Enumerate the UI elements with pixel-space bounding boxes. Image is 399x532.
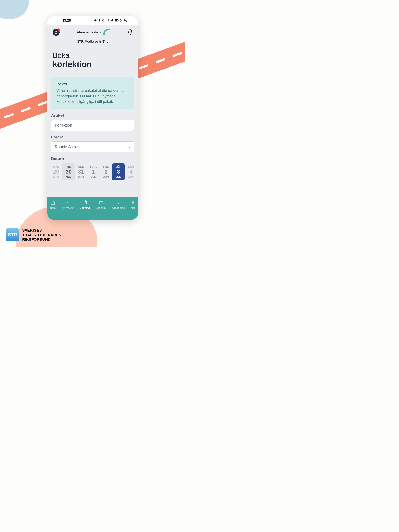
date-month: JUN <box>88 175 99 178</box>
svg-rect-8 <box>112 20 112 21</box>
nav-activities[interactable]: Aktiviteter <box>61 200 74 209</box>
date-dow: TIS <box>63 165 74 168</box>
svg-rect-3 <box>107 20 107 21</box>
date-cell-31-maj[interactable]: ONS31MAJ <box>75 163 87 180</box>
battery-icon <box>115 19 119 22</box>
date-number: 4 <box>125 169 137 175</box>
date-number: 31 <box>75 169 87 175</box>
status-time: 13:28 <box>62 19 71 23</box>
page-title: Boka körlektion <box>47 45 138 77</box>
svg-rect-5 <box>108 19 108 21</box>
str-logo-box: STR <box>6 228 19 241</box>
date-month: JUN <box>113 175 124 178</box>
chevron-down-icon: ⌄ <box>129 145 131 148</box>
nav-activities-label: Aktiviteter <box>61 206 74 209</box>
footer-org-name: SVERIGES TRAFIKUTBILDARES RIKSFÖRBUND <box>22 228 61 242</box>
brand-label: Elevcentralen <box>77 30 101 34</box>
page-title-line2: körlektion <box>53 60 133 69</box>
svg-point-22 <box>133 202 134 203</box>
svg-rect-12 <box>118 20 118 21</box>
package-info-card: Paket: Vi har registrerat paketet åt dig… <box>51 77 135 109</box>
date-dow: ONS <box>75 165 87 168</box>
date-number: 29 <box>50 169 62 175</box>
date-dow: FRE <box>100 165 112 168</box>
svg-rect-0 <box>95 19 96 21</box>
article-select[interactable]: Körlektion ⌄ <box>51 120 135 131</box>
date-cell-1-jun[interactable]: TORS1JUN <box>87 163 100 180</box>
svg-point-23 <box>133 203 134 204</box>
vibrate-icon <box>94 19 97 22</box>
svg-point-13 <box>55 31 57 32</box>
phone-frame: 13:28 64 % <box>47 16 138 220</box>
nav-more[interactable]: Mer <box>131 200 135 209</box>
nav-economy-label: Ekonomi <box>96 206 106 209</box>
chevron-down-icon: ⌄ <box>106 40 109 43</box>
status-icons: 64 % <box>94 19 127 22</box>
nav-home-label: Hem <box>50 206 56 209</box>
bg-shape-top-left <box>0 0 29 19</box>
bottom-nav: Hem Aktiviteter Bokning Ekonomi Utbildni… <box>47 197 138 220</box>
article-value: Körlektion <box>55 123 72 127</box>
date-picker-strip: MÅN29MAJTIS30MAJONS31MAJTORS1JUNFRE2JUNL… <box>47 163 138 180</box>
date-month: MAJ <box>63 175 74 178</box>
date-cell-3-jun[interactable]: LÖR3JUN <box>112 163 125 180</box>
svg-rect-19 <box>99 201 103 204</box>
svg-point-1 <box>103 21 103 21</box>
date-number: 1 <box>88 169 99 175</box>
brand: Elevcentralen <box>77 28 110 37</box>
date-month: MAJ <box>50 175 62 178</box>
date-month: MAJ <box>75 175 87 178</box>
svg-rect-20 <box>117 201 120 203</box>
brand-road-icon <box>103 28 110 37</box>
footer-str-logo: STR SVERIGES TRAFIKUTBILDARES RIKSFÖRBUN… <box>6 228 61 242</box>
package-info-body: Vi har registrerat paketet åt dig på den… <box>57 88 129 105</box>
profile-button[interactable] <box>53 29 60 36</box>
bluetooth-icon <box>98 19 101 22</box>
teacher-value: Ronnie Åstrand <box>55 145 82 149</box>
nav-education[interactable]: Utbildning <box>112 200 125 209</box>
svg-rect-2 <box>106 21 107 21</box>
teacher-label: Lärare <box>51 135 135 139</box>
svg-point-21 <box>133 201 134 202</box>
date-dow: MÅN <box>50 165 62 168</box>
footer-line2: TRAFIKUTBILDARES <box>22 233 61 237</box>
notifications-button[interactable] <box>127 29 133 35</box>
date-cell-30-maj[interactable]: TIS30MAJ <box>62 163 75 180</box>
date-label: Datum <box>51 156 135 161</box>
status-bar: 13:28 64 % <box>47 16 138 25</box>
nav-education-label: Utbildning <box>112 206 125 209</box>
nav-booking-label: Bokning <box>80 206 90 209</box>
date-number: 30 <box>63 169 74 175</box>
school-selector[interactable]: STR Media och IT ⌄ <box>53 40 133 44</box>
date-cell-4-jun[interactable]: SÖN4JUN <box>125 163 137 180</box>
page-title-line1: Boka <box>53 51 133 60</box>
nav-booking[interactable]: Bokning <box>80 200 90 209</box>
footer-line1: SVERIGES <box>22 228 61 233</box>
chevron-down-icon: ⌄ <box>129 124 131 127</box>
svg-rect-9 <box>112 19 113 21</box>
home-indicator[interactable] <box>79 217 106 218</box>
date-month: JUN <box>100 175 112 178</box>
notification-dot <box>58 28 60 31</box>
nav-more-label: Mer <box>131 206 135 209</box>
date-number: 2 <box>100 169 112 175</box>
svg-rect-18 <box>85 201 86 202</box>
nav-home[interactable]: Hem <box>50 200 56 209</box>
package-info-title: Paket: <box>57 82 129 86</box>
date-dow: TORS <box>88 165 99 168</box>
date-cell-2-jun[interactable]: FRE2JUN <box>100 163 112 180</box>
signal-icon-1 <box>106 19 109 22</box>
date-number: 3 <box>113 169 124 175</box>
teacher-select[interactable]: Ronnie Åstrand ⌄ <box>51 141 135 152</box>
signal-icon-2 <box>110 19 113 22</box>
nav-economy[interactable]: Ekonomi <box>96 200 106 209</box>
svg-rect-16 <box>83 201 86 202</box>
footer-line3: RIKSFÖRBUND <box>22 237 61 242</box>
date-dow: SÖN <box>125 165 137 168</box>
svg-rect-11 <box>115 20 117 21</box>
article-label: Artikel <box>51 113 135 118</box>
date-cell-29-maj[interactable]: MÅN29MAJ <box>50 163 62 180</box>
status-battery-pct: 64 % <box>120 19 127 22</box>
wifi-icon <box>102 19 105 22</box>
date-month: JUN <box>125 175 137 178</box>
